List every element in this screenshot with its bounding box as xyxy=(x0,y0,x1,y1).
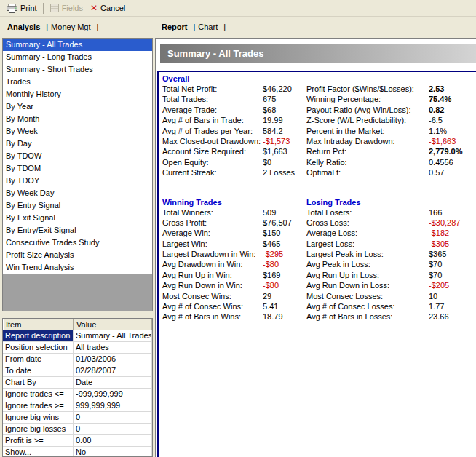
report-list-item[interactable]: By Year xyxy=(3,100,152,113)
setting-value[interactable]: No xyxy=(74,447,152,457)
settings-header-item[interactable]: Item xyxy=(3,319,74,330)
stat-row: Total Trades: 675 xyxy=(162,94,306,104)
winning-trades-heading: Winning Trades xyxy=(162,197,306,207)
settings-header-value[interactable]: Value xyxy=(74,319,152,330)
stat-value: 23.66 xyxy=(429,311,449,322)
report-list-item[interactable]: By Day xyxy=(3,138,152,150)
overall-section: Overall Total Net Profit: $46,220 Total … xyxy=(162,73,476,178)
setting-name[interactable]: Ignore trades <= xyxy=(3,389,74,400)
settings-row[interactable]: Chart By Date xyxy=(3,377,152,389)
report-list-item[interactable]: Trades xyxy=(3,76,152,88)
stat-value: -$182 xyxy=(429,228,449,238)
report-list-item[interactable]: By Week xyxy=(3,125,152,138)
report-list-item[interactable]: By Entry Signal xyxy=(3,199,152,212)
report-list-item[interactable]: Monthly History xyxy=(3,88,152,100)
report-list-item[interactable]: By Month xyxy=(3,113,152,125)
stat-row: Profit Factor ($Wins/$Losses): 2.53 xyxy=(306,84,476,94)
report-list-item[interactable]: By Exit Signal xyxy=(3,212,152,224)
list-filler xyxy=(3,274,152,311)
report-list-item[interactable]: Win Trend Analysis xyxy=(3,261,152,274)
settings-row[interactable]: Ignore trades >= 999,999,999 xyxy=(3,400,152,412)
report-body: Overall Total Net Profit: $46,220 Total … xyxy=(157,71,476,457)
report-tab[interactable]: Report xyxy=(162,23,187,31)
report-list-item[interactable]: By Entry/Exit Signal xyxy=(3,224,152,237)
stat-value: 1.1% xyxy=(429,126,447,136)
stat-value: -$295 xyxy=(263,249,283,259)
stat-label: Kelly Ratio: xyxy=(306,157,429,167)
setting-name[interactable]: From date xyxy=(3,354,74,365)
stat-label: Largest Win: xyxy=(162,239,263,249)
stat-value: -$1,573 xyxy=(263,136,290,146)
setting-value[interactable]: 0 xyxy=(74,424,152,435)
setting-name[interactable]: Ignore big losses xyxy=(3,424,74,435)
stat-value: $46,220 xyxy=(263,84,292,94)
stat-label: Gross Loss: xyxy=(306,218,429,228)
setting-value[interactable]: Date xyxy=(74,377,152,389)
report-list-item[interactable]: By TDOM xyxy=(3,162,152,175)
stat-value: $169 xyxy=(263,270,280,280)
settings-row[interactable]: Show... No xyxy=(3,447,152,457)
setting-name[interactable]: Chart By xyxy=(3,377,74,389)
setting-name[interactable]: Report description xyxy=(3,330,74,342)
report-list-item[interactable]: Profit Size Analysis xyxy=(3,249,152,261)
left-tab[interactable]: Money Mgt xyxy=(51,23,90,31)
setting-value[interactable]: All trades xyxy=(74,342,152,354)
stat-row: Largest Peak in Loss: $365 xyxy=(306,249,476,259)
settings-row[interactable]: Position selection All trades xyxy=(3,342,152,354)
stat-label: Total Trades: xyxy=(162,94,263,104)
setting-name[interactable]: Show... xyxy=(3,447,74,457)
stat-label: Avg Drawdown in Win: xyxy=(162,259,263,269)
stat-row: Total Winners: 509 xyxy=(162,207,306,218)
report-tab-wrap: Report xyxy=(162,23,198,31)
settings-row[interactable]: From date 01/03/2006 xyxy=(3,354,152,365)
setting-name[interactable]: To date xyxy=(3,365,74,377)
setting-value[interactable]: 01/03/2006 xyxy=(74,354,152,365)
settings-grid: Item Value Report description Summary - … xyxy=(2,318,153,457)
report-list-item[interactable]: By TDOW xyxy=(3,150,152,162)
stat-value: 1.77 xyxy=(429,301,444,311)
stat-value: 0.4556 xyxy=(429,157,453,167)
stat-label: Gross Profit: xyxy=(162,218,263,228)
setting-name[interactable]: Ignore trades >= xyxy=(3,400,74,412)
settings-row[interactable]: Ignore big wins 0 xyxy=(3,412,152,424)
stat-row: Avg Drawdown in Win: -$80 xyxy=(162,259,306,269)
stat-value: 0.82 xyxy=(429,105,444,115)
stat-row: Avg Run Down in Win: -$80 xyxy=(162,280,306,290)
report-list-item[interactable]: By TDOY xyxy=(3,175,152,187)
setting-value[interactable]: 0 xyxy=(74,412,152,424)
settings-row[interactable]: Ignore trades <= -999,999,999 xyxy=(3,389,152,400)
report-tab[interactable]: Chart xyxy=(198,23,218,31)
setting-value[interactable]: 999,999,999 xyxy=(74,400,152,412)
stat-row: Account Size Required: $1,663 xyxy=(162,146,306,156)
print-label: Print xyxy=(20,4,37,12)
report-list-item[interactable]: Summary - Long Trades xyxy=(3,51,152,63)
stat-row: Total Losers: 166 xyxy=(306,207,476,218)
setting-name[interactable]: Position selection xyxy=(3,342,74,354)
stat-row: Return Pct: 2,779.0% xyxy=(306,146,476,156)
stat-row: Avg Run Up in Loss: $70 xyxy=(306,270,476,280)
fields-button: Fields xyxy=(47,3,87,13)
report-list-item[interactable]: Summary - All Trades xyxy=(3,39,152,51)
setting-value[interactable]: 0.00 xyxy=(74,435,152,447)
setting-name[interactable]: Ignore big wins xyxy=(3,412,74,424)
stat-row: Most Consec Losses: 10 xyxy=(306,291,476,301)
stat-value: -$30,287 xyxy=(429,218,460,228)
cancel-button[interactable]: Cancel xyxy=(87,2,129,14)
report-list-item[interactable]: By Week Day xyxy=(3,187,152,199)
print-button[interactable]: Print xyxy=(3,3,41,14)
fields-icon xyxy=(50,4,59,12)
setting-value[interactable]: -999,999,999 xyxy=(74,389,152,400)
stat-value: 10 xyxy=(429,291,437,301)
settings-row[interactable]: Ignore big losses 0 xyxy=(3,424,152,435)
settings-row[interactable]: Report description Summary - All Trades xyxy=(3,330,152,342)
setting-name[interactable]: Profit is >= xyxy=(3,435,74,447)
settings-row[interactable]: Profit is >= 0.00 xyxy=(3,435,152,447)
stat-row: Most Consec Wins: 29 xyxy=(162,291,306,301)
report-list-item[interactable]: Summary - Short Trades xyxy=(3,63,152,76)
setting-value[interactable]: Summary - All Trades xyxy=(74,330,152,342)
report-list-item[interactable]: Consecutive Trades Study xyxy=(3,237,152,249)
setting-value[interactable]: 02/28/2007 xyxy=(74,365,152,377)
settings-row[interactable]: To date 02/28/2007 xyxy=(3,365,152,377)
left-tab[interactable]: Analysis xyxy=(7,23,40,31)
stat-label: Largest Peak in Loss: xyxy=(306,249,429,259)
